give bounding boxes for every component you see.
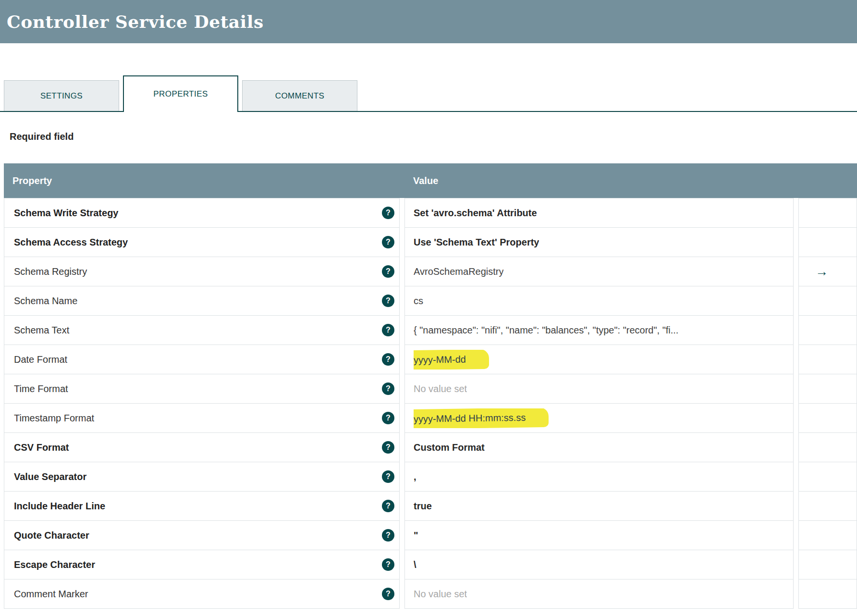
help-icon[interactable]: ?	[382, 588, 394, 600]
tab-properties[interactable]: PROPERTIES	[123, 75, 238, 112]
value-column-header: Value	[404, 175, 794, 186]
help-icon[interactable]: ?	[382, 265, 394, 278]
property-value-cell[interactable]: Custom Format	[404, 432, 794, 462]
help-icon[interactable]: ?	[382, 236, 394, 248]
properties-table-body: Schema Write Strategy ? Set 'avro.schema…	[4, 198, 857, 609]
row-action-cell: →	[798, 257, 857, 286]
row-action-cell	[798, 491, 857, 521]
dialog-header: Controller Service Details	[0, 0, 857, 43]
table-header-row: Property Value	[4, 163, 857, 198]
dialog-title: Controller Service Details	[0, 12, 264, 32]
property-value: true	[414, 501, 432, 512]
property-value: yyyy-MM-dd HH:mm:ss.ss	[414, 408, 549, 428]
property-name: Schema Name	[14, 296, 77, 307]
help-icon[interactable]: ?	[382, 207, 394, 219]
help-icon[interactable]: ?	[382, 558, 394, 571]
table-row: Comment Marker ? No value set	[4, 579, 857, 609]
property-name: Timestamp Format	[14, 413, 94, 424]
property-value: "	[414, 530, 418, 541]
annotation-highlight: yyyy-MM-dd	[414, 350, 489, 370]
table-row: Schema Text ? { "namespace": "nifi", "na…	[4, 315, 857, 345]
property-value-cell[interactable]: { "namespace": "nifi", "name": "balances…	[404, 315, 794, 345]
row-action-cell	[798, 286, 857, 316]
property-name-cell: Escape Character ?	[4, 550, 400, 579]
controller-service-details-dialog: Controller Service Details SETTINGS PROP…	[0, 0, 857, 609]
tab-comments[interactable]: COMMENTS	[242, 80, 357, 112]
property-value-cell[interactable]: Use 'Schema Text' Property	[404, 227, 794, 257]
property-name-cell: Include Header Line ?	[4, 491, 400, 521]
property-name-cell: Schema Registry ?	[4, 257, 400, 286]
property-value: { "namespace": "nifi", "name": "balances…	[414, 325, 678, 336]
help-icon[interactable]: ?	[382, 500, 394, 512]
property-value-cell[interactable]: cs	[404, 286, 794, 316]
property-value: \	[414, 559, 416, 570]
table-row: Time Format ? No value set	[4, 374, 857, 404]
table-row: Value Separator ? ,	[4, 462, 857, 492]
property-value-cell[interactable]: No value set	[404, 579, 794, 609]
property-name: Schema Write Strategy	[14, 208, 119, 219]
property-name: CSV Format	[14, 442, 69, 453]
property-value-cell[interactable]: \	[404, 550, 794, 579]
property-value-cell[interactable]: ,	[404, 462, 794, 492]
table-row: CSV Format ? Custom Format	[4, 432, 857, 462]
property-name-cell: Schema Text ?	[4, 315, 400, 345]
property-name: Schema Registry	[14, 266, 87, 277]
required-field-label: Required field	[10, 131, 857, 142]
property-name: Quote Character	[14, 530, 89, 541]
tab-bar: SETTINGS PROPERTIES COMMENTS	[0, 75, 857, 112]
property-name: Schema Access Strategy	[14, 237, 128, 248]
table-row: Timestamp Format ? yyyy-MM-dd HH:mm:ss.s…	[4, 403, 857, 433]
help-icon[interactable]: ?	[382, 470, 394, 483]
property-name: Escape Character	[14, 559, 95, 570]
property-name-cell: Schema Access Strategy ?	[4, 227, 400, 257]
property-name-cell: Comment Marker ?	[4, 579, 400, 609]
property-name-cell: CSV Format ?	[4, 432, 400, 462]
property-value: No value set	[414, 589, 467, 600]
help-icon[interactable]: ?	[382, 412, 394, 424]
table-row: Quote Character ? "	[4, 520, 857, 550]
property-name-cell: Time Format ?	[4, 374, 400, 404]
help-icon[interactable]: ?	[382, 324, 394, 336]
property-name-cell: Quote Character ?	[4, 520, 400, 550]
table-row: Schema Access Strategy ? Use 'Schema Tex…	[4, 227, 857, 257]
help-icon[interactable]: ?	[382, 295, 394, 307]
go-to-service-icon[interactable]: →	[815, 264, 828, 279]
property-column-header: Property	[4, 175, 400, 186]
property-name: Comment Marker	[14, 589, 88, 600]
annotation-highlight: yyyy-MM-dd HH:mm:ss.ss	[414, 408, 549, 428]
property-value: No value set	[414, 383, 467, 394]
help-icon[interactable]: ?	[382, 353, 394, 366]
property-value-cell[interactable]: yyyy-MM-dd	[404, 345, 794, 374]
help-icon[interactable]: ?	[382, 382, 394, 395]
help-icon[interactable]: ?	[382, 529, 394, 542]
property-name: Value Separator	[14, 471, 86, 482]
table-row: Escape Character ? \	[4, 550, 857, 579]
property-value-cell[interactable]: "	[404, 520, 794, 550]
tab-settings[interactable]: SETTINGS	[4, 80, 119, 112]
properties-table: Property Value Schema Write Strategy ? S…	[4, 163, 857, 609]
table-row: Date Format ? yyyy-MM-dd	[4, 345, 857, 374]
row-action-cell	[798, 432, 857, 462]
row-action-cell	[798, 315, 857, 345]
property-value-cell[interactable]: AvroSchemaRegistry	[404, 257, 794, 286]
property-name: Include Header Line	[14, 501, 105, 512]
property-value-cell[interactable]: No value set	[404, 374, 794, 404]
table-row: Schema Registry ? AvroSchemaRegistry →	[4, 257, 857, 286]
table-row: Include Header Line ? true	[4, 491, 857, 521]
row-action-cell	[798, 462, 857, 492]
row-action-cell	[798, 345, 857, 374]
help-icon[interactable]: ?	[382, 441, 394, 454]
property-value: Use 'Schema Text' Property	[414, 237, 539, 248]
property-name-cell: Schema Name ?	[4, 286, 400, 316]
property-value-cell[interactable]: yyyy-MM-dd HH:mm:ss.ss	[404, 403, 794, 433]
table-row: Schema Write Strategy ? Set 'avro.schema…	[4, 198, 857, 228]
row-action-cell	[798, 403, 857, 433]
row-action-cell	[798, 520, 857, 550]
property-value-cell[interactable]: true	[404, 491, 794, 521]
property-name: Time Format	[14, 383, 68, 394]
property-value: AvroSchemaRegistry	[414, 266, 503, 277]
property-value: yyyy-MM-dd	[414, 350, 489, 370]
property-value-cell[interactable]: Set 'avro.schema' Attribute	[404, 198, 794, 228]
property-value: Custom Format	[414, 442, 485, 453]
property-name-cell: Value Separator ?	[4, 462, 400, 492]
